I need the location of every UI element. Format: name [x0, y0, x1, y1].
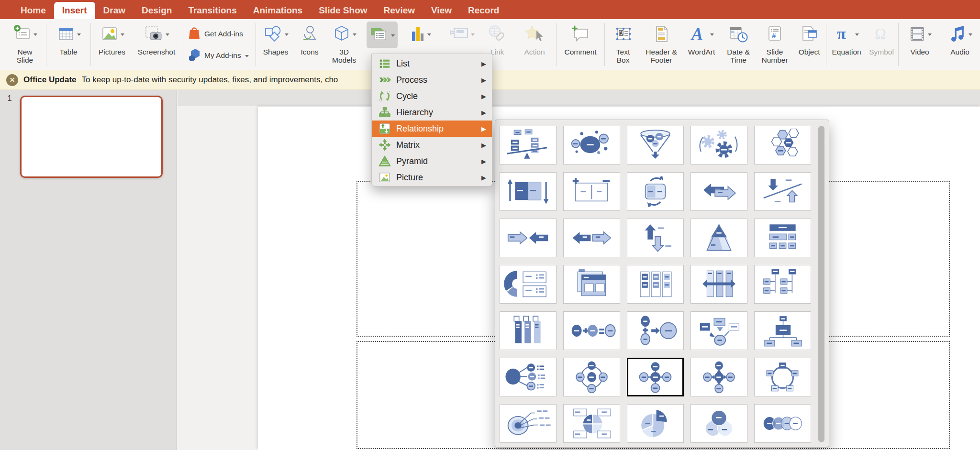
- tab-home[interactable]: Home: [12, 2, 54, 19]
- menu-item-picture[interactable]: Picture▶: [372, 169, 492, 186]
- gallery-item-grouped-list[interactable]: [627, 265, 684, 304]
- notification-message: To keep up-to-date with security updates…: [82, 75, 338, 85]
- gallery-scrollbar-track[interactable]: [816, 121, 827, 447]
- gallery-item-diverging-arrows[interactable]: [563, 219, 620, 257]
- gallery-item-basic-radial-selected[interactable]: [627, 358, 684, 396]
- tab-draw[interactable]: Draw: [95, 2, 134, 19]
- gallery-item-basic-pie[interactable]: [627, 404, 684, 443]
- gallery-item-converging-arrows[interactable]: [500, 219, 557, 257]
- tab-transitions[interactable]: Transitions: [180, 2, 245, 19]
- my-addins-button[interactable]: My Add-ins: [188, 48, 255, 63]
- pictures-label: Pictures: [99, 48, 125, 56]
- grouped-list-icon: [630, 268, 681, 301]
- tab-slide-show[interactable]: Slide Show: [311, 2, 375, 19]
- gallery-item-gear[interactable]: [690, 126, 747, 165]
- gallery-item-nested-frames[interactable]: [563, 265, 620, 304]
- menu-item-matrix[interactable]: Matrix▶: [372, 137, 492, 153]
- table-hierarchy-icon: [757, 221, 808, 254]
- gallery-item-counterbalance-arrows[interactable]: [690, 172, 747, 211]
- gallery-item-up-down-arrows[interactable]: [627, 219, 684, 257]
- gallery-item-funnel[interactable]: [627, 126, 684, 165]
- menu-item-cycle[interactable]: Cycle▶: [372, 88, 492, 104]
- submenu-arrow-icon: ▶: [481, 174, 486, 181]
- gallery-item-linear-venn[interactable]: [754, 404, 811, 443]
- tab-design[interactable]: Design: [134, 2, 180, 19]
- text-box-button[interactable]: Text Box: [606, 19, 640, 70]
- stacked-equation-icon: [630, 314, 681, 347]
- chevron-down-icon: [710, 33, 714, 36]
- gallery-item-circle-relationship[interactable]: [563, 126, 620, 165]
- gallery-scrollbar-thumb[interactable]: [818, 126, 824, 442]
- gallery-item-reverse-list[interactable]: [627, 172, 684, 211]
- get-addins-button[interactable]: Get Add-ins: [188, 26, 255, 42]
- tab-animations[interactable]: Animations: [245, 2, 311, 19]
- gallery-item-radial-arrows[interactable]: [690, 358, 747, 396]
- gallery-item-opposing-forces[interactable]: [754, 172, 811, 211]
- icons-button[interactable]: Icons: [294, 19, 325, 70]
- audio-label: Audio: [950, 48, 969, 56]
- object-button[interactable]: Object: [793, 19, 825, 70]
- new-slide-label: New Slide: [14, 48, 36, 65]
- gallery-item-segmented-pyramid[interactable]: [690, 219, 747, 257]
- slide-number-button[interactable]: #Slide Number: [756, 19, 793, 70]
- menu-item-list[interactable]: List▶: [372, 55, 492, 72]
- gallery-item-plus-and-minus[interactable]: [563, 172, 620, 211]
- tab-view[interactable]: View: [423, 2, 460, 19]
- comment-button[interactable]: Comment: [557, 19, 603, 70]
- video-button[interactable]: Video: [900, 19, 940, 70]
- gallery-item-tabbed-list-bars[interactable]: [500, 311, 557, 350]
- gallery-item-stacked-equation[interactable]: [627, 311, 684, 350]
- menu-item-relationship[interactable]: Relationship▶: [372, 121, 492, 137]
- tab-insert[interactable]: Insert: [54, 2, 95, 19]
- cycle-relationship-icon: [757, 361, 808, 394]
- opposing-forces-icon: [757, 175, 808, 208]
- submenu-arrow-icon: ▶: [481, 60, 486, 67]
- gallery-item-balance[interactable]: [500, 126, 557, 165]
- 3d-models-button[interactable]: 3D Models: [325, 19, 363, 70]
- gallery-item-equation[interactable]: [563, 311, 620, 350]
- audio-button[interactable]: Audio: [940, 19, 980, 70]
- menu-item-pyramid[interactable]: Pyramid▶: [372, 153, 492, 169]
- new-slide-icon: [13, 24, 32, 44]
- equation-button[interactable]: πEquation: [827, 19, 866, 70]
- slide-thumbnail[interactable]: [20, 96, 163, 178]
- table-button[interactable]: Table: [47, 19, 89, 70]
- gallery-item-radial-target-callouts[interactable]: [500, 404, 557, 443]
- list-category-icon: [378, 57, 391, 70]
- header-footer-button[interactable]: Header & Footer: [640, 19, 682, 70]
- menu-item-hierarchy[interactable]: Hierarchy▶: [372, 104, 492, 121]
- wordart-button[interactable]: AWordArt: [682, 19, 721, 70]
- tab-record[interactable]: Record: [460, 2, 507, 19]
- tab-review[interactable]: Review: [376, 2, 423, 19]
- plus-and-minus-icon: [566, 175, 617, 208]
- gallery-item-hanging-hierarchy[interactable]: [754, 265, 811, 304]
- gallery-item-diverging-radial[interactable]: [563, 358, 620, 396]
- my-addins-icon: [188, 48, 200, 63]
- svg-text:A: A: [690, 24, 703, 44]
- converging-arrows-icon: [502, 221, 554, 254]
- gallery-item-radial-list[interactable]: [500, 358, 557, 396]
- circle-relationship-icon: [566, 129, 617, 162]
- gallery-item-radial-pie-list[interactable]: [500, 265, 557, 304]
- shapes-button[interactable]: Shapes: [257, 19, 294, 70]
- gallery-item-basic-venn[interactable]: [690, 404, 747, 443]
- gallery-item-labeled-hierarchy[interactable]: [754, 311, 811, 350]
- screenshot-button[interactable]: Screenshot: [132, 19, 181, 70]
- gallery-item-cycle-relationship[interactable]: [754, 358, 811, 396]
- gallery-item-cycle-matrix[interactable]: [563, 404, 620, 443]
- gallery-item-arrow-ribbon-bars[interactable]: [690, 265, 747, 304]
- close-icon[interactable]: ✕: [6, 74, 18, 86]
- group-separator: [604, 23, 605, 66]
- gallery-item-alternating-hexagons[interactable]: [754, 126, 811, 165]
- menu-item-process[interactable]: Process▶: [372, 72, 492, 88]
- gallery-item-converging-callouts[interactable]: [690, 311, 747, 350]
- alternating-hexagons-icon: [757, 129, 808, 162]
- group-separator: [46, 23, 46, 66]
- date-time-button[interactable]: Date & Time: [721, 19, 756, 70]
- gallery-item-table-hierarchy[interactable]: [754, 219, 811, 257]
- submenu-arrow-icon: ▶: [481, 77, 486, 84]
- pictures-button[interactable]: Pictures: [92, 19, 132, 70]
- gallery-item-opposing-ideas[interactable]: [500, 172, 557, 211]
- new-slide-button[interactable]: New Slide: [5, 19, 45, 70]
- basic-venn-icon: [693, 407, 745, 440]
